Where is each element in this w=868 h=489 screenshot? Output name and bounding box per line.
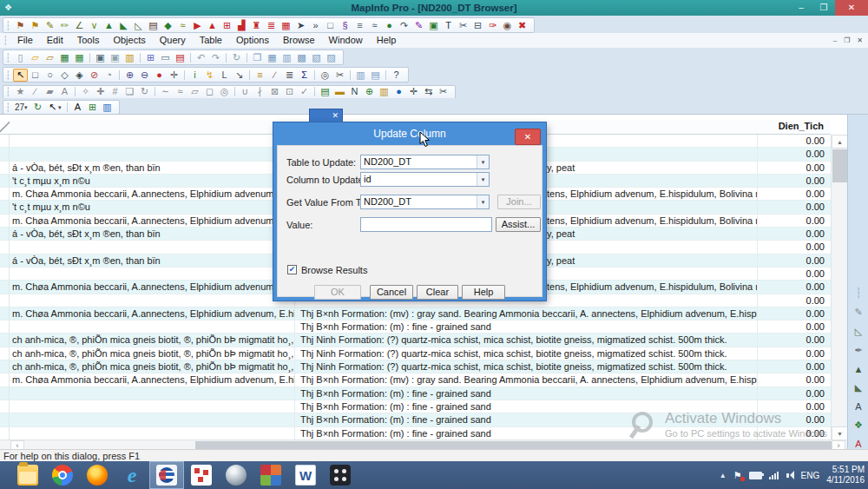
table-row[interactable]: ch anh-mica, ®, phiÕn mica gneis biotit,… <box>0 347 831 360</box>
catalog-icon[interactable]: ▥ <box>377 85 391 98</box>
row-select-gutter[interactable] <box>0 254 10 267</box>
info2-tool-icon[interactable]: ◉ <box>500 19 515 32</box>
cell-description-left[interactable]: ch anh-mica, ®, phiÕn mica gneis biotit,… <box>10 360 295 373</box>
menu-tools[interactable]: Tools <box>70 33 107 48</box>
check-regions-icon[interactable]: ✓ <box>297 85 312 98</box>
arrow-tool-icon[interactable]: ➤ <box>293 19 308 32</box>
taskbar-firefox[interactable] <box>80 461 115 489</box>
script-tool-icon[interactable]: § <box>338 19 352 32</box>
cell-description-left[interactable]: m. Chøa Ammonia beccarii, A.annectens, E… <box>10 307 295 320</box>
scroll-down-icon[interactable]: ▼ <box>832 426 848 440</box>
rotate-icon[interactable]: ↻ <box>137 85 152 98</box>
curve-tool-icon[interactable]: ↷ <box>397 19 411 32</box>
stairs-tool-icon[interactable]: ≡ <box>352 19 367 32</box>
web-service-icon[interactable]: ● <box>391 85 406 98</box>
radius-select-icon[interactable]: ○ <box>43 69 57 82</box>
taskbar-chrome[interactable] <box>45 461 80 489</box>
menu-file[interactable]: File <box>10 33 40 48</box>
smooth-icon[interactable]: ∼ <box>158 85 173 98</box>
add-node-icon[interactable]: ✚ <box>93 85 108 98</box>
cell-dien-tich[interactable]: 0.00 <box>758 307 830 320</box>
tray-expand-icon[interactable]: ▲ <box>720 472 727 479</box>
open-folder-icon[interactable]: ▱ <box>28 51 43 64</box>
angle-tool-icon[interactable]: ∠ <box>72 19 87 32</box>
chevron-down-icon[interactable]: ▾ <box>58 104 64 111</box>
clock[interactable]: 5:51 PM 4/11/2016 <box>826 465 865 486</box>
cell-description-left[interactable] <box>10 320 295 333</box>
cell-dien-tich[interactable]: 0.00 <box>758 360 830 373</box>
menu-browse[interactable]: Browse <box>276 33 322 48</box>
row-select-gutter[interactable] <box>0 373 10 386</box>
close-tool-icon[interactable]: ✖ <box>515 19 529 32</box>
action-center-flag-icon[interactable]: ⚑ <box>733 470 742 481</box>
taskbar-media-player[interactable] <box>323 461 358 489</box>
float-text-icon[interactable]: A <box>848 401 868 412</box>
cell-dien-tich[interactable]: 0.00 <box>758 387 830 400</box>
text-style-icon[interactable]: A <box>57 85 72 98</box>
cell-description-left[interactable]: á - vÒa, bét, sÐt x¸m ®en, than bïn <box>10 254 295 267</box>
pen-tool-icon[interactable]: ✏ <box>57 19 72 32</box>
row-select-gutter[interactable] <box>0 162 10 174</box>
save-icon[interactable]: ▣ <box>93 51 108 64</box>
cell-description-en[interactable]: Thj Ninh Formation: (?) quartz-mica schi… <box>295 347 758 360</box>
new-document-icon[interactable]: ▯ <box>13 51 28 64</box>
menu-query[interactable]: Query <box>153 33 193 48</box>
erase-icon[interactable]: ⊠ <box>267 85 282 98</box>
float-symbol-icon[interactable]: ▲ <box>848 364 868 374</box>
symbol-style-icon[interactable]: ★ <box>13 85 28 98</box>
line-style-icon[interactable]: ∕ <box>28 85 43 98</box>
layer-control-icon[interactable]: ≡ <box>253 69 267 82</box>
taskbar-photos-app[interactable] <box>253 461 288 489</box>
float-label-icon[interactable]: A <box>848 439 868 449</box>
row-select-gutter[interactable] <box>0 215 10 227</box>
chart-tool-icon[interactable]: ▟ <box>234 19 249 32</box>
cell-dien-tich[interactable]: 0.00 <box>758 373 830 386</box>
new-graph-icon[interactable]: ▨ <box>324 51 339 64</box>
pick-coords-icon[interactable]: ✛ <box>406 85 421 98</box>
table-row[interactable]: Thj B×nh Formation: (m) : fine - grained… <box>0 320 831 334</box>
zoom-in-icon[interactable]: ⊕ <box>122 69 137 82</box>
get-value-from-table-select[interactable]: ND200_DT ▾ <box>360 195 490 209</box>
cell-description-left[interactable] <box>10 135 295 147</box>
unsmooth-icon[interactable]: ≈ <box>173 85 187 98</box>
create-scalebar-icon[interactable]: ▬ <box>332 85 347 98</box>
open-workspace-icon[interactable]: ▦ <box>57 51 72 64</box>
cell-description-en[interactable]: Thj B×nh Formation: (m) : fine - grained… <box>295 320 758 333</box>
statistics-icon[interactable]: Σ <box>297 69 312 82</box>
row-select-gutter[interactable] <box>0 387 10 400</box>
overlay-nodes-icon[interactable]: ⊡ <box>282 85 297 98</box>
cell-description-en[interactable]: Thj Ninh Formation: (?) quartz-mica schi… <box>295 334 758 346</box>
scroll-up-icon[interactable]: ▲ <box>832 135 848 149</box>
flag-tool-icon[interactable]: ▶ <box>190 19 205 32</box>
cell-dien-tich[interactable]: 0.00 <box>758 228 830 240</box>
row-select-gutter[interactable] <box>0 201 10 213</box>
cell-description-left[interactable]: 't c¸t mµu x¸m n©u <box>10 201 295 213</box>
assist-button[interactable]: Assist... <box>496 217 541 232</box>
cell-description-left[interactable] <box>10 413 295 426</box>
sql-query-icon[interactable]: ⊞ <box>143 51 158 64</box>
open-map-icon[interactable]: ▦ <box>72 51 87 64</box>
building-tool-icon[interactable]: ▤ <box>146 19 161 32</box>
warning-tool-icon[interactable]: ▲ <box>205 19 220 32</box>
pen2-tool-icon[interactable]: ✑ <box>485 19 500 32</box>
table-row[interactable]: ch anh-mica, ®, phiÕn mica gneis biotit,… <box>0 334 831 347</box>
clip-tool-icon[interactable]: ✂ <box>436 85 450 98</box>
menu-edit[interactable]: Edit <box>40 33 70 48</box>
cell-dien-tich[interactable]: 0.00 <box>758 135 830 147</box>
close-button[interactable]: ✕ <box>835 0 868 16</box>
vertical-scroll-thumb[interactable] <box>832 149 847 182</box>
menu-table[interactable]: Table <box>193 33 229 48</box>
help-pointer-icon[interactable]: ? <box>389 69 404 82</box>
cell-dien-tich[interactable]: 0.00 <box>758 268 830 280</box>
move-duplicate-icon[interactable]: ❏ <box>122 85 137 98</box>
float-pencil-icon[interactable]: ✎ <box>848 307 868 318</box>
factory-tool-icon[interactable]: ▦ <box>279 19 293 32</box>
toolbar-grip-icon[interactable]: ┆ <box>5 102 10 112</box>
table-row[interactable]: m. Chøa Ammonia beccarii, A.annectens, E… <box>0 307 831 320</box>
cell-dien-tich[interactable]: 0.00 <box>758 254 830 267</box>
cell-dien-tich[interactable]: 0.00 <box>758 148 830 160</box>
open-table-icon[interactable]: ▱ <box>43 51 57 64</box>
select-arrow-icon[interactable]: ↖ <box>13 69 28 82</box>
restore-button[interactable]: ❐ <box>812 0 835 16</box>
grabber-icon[interactable]: ✛ <box>167 69 181 82</box>
